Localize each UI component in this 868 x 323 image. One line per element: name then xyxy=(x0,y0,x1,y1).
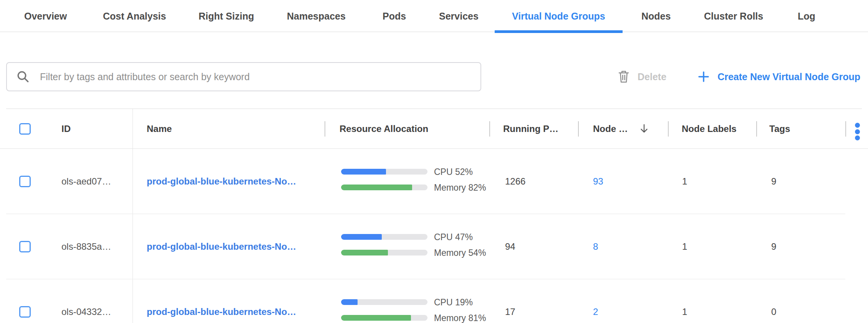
column-header-id[interactable]: ID xyxy=(61,123,71,135)
memory-usage-label: Memory 82% xyxy=(434,183,486,193)
cell-running-pods: 17 xyxy=(505,306,515,318)
header-divider xyxy=(325,121,325,137)
kebab-dot xyxy=(855,135,860,140)
row-checkbox[interactable] xyxy=(19,176,31,187)
table-header: ID Name Resource Allocation Running P… N… xyxy=(0,109,868,149)
column-header-nodes[interactable]: Node … xyxy=(593,123,628,135)
cpu-usage-bar xyxy=(341,169,427,175)
trash-icon xyxy=(618,70,630,84)
cell-nodes-count-link[interactable]: 93 xyxy=(593,176,603,187)
cell-name-link[interactable]: prod-global-blue-kubernetes-No… xyxy=(147,306,296,318)
cell-tags: 0 xyxy=(771,306,776,318)
tab-cluster-rolls[interactable]: Cluster Rolls xyxy=(704,0,763,32)
plus-icon xyxy=(697,71,710,83)
memory-usage-bar xyxy=(341,185,427,190)
table-row: ols-8835a… prod-global-blue-kubernetes-N… xyxy=(0,214,868,279)
memory-usage-bar xyxy=(341,250,427,255)
memory-usage-label: Memory 54% xyxy=(434,248,486,258)
row-checkbox[interactable] xyxy=(19,306,31,318)
cell-running-pods: 1266 xyxy=(505,176,525,187)
create-new-virtual-node-group-button[interactable]: Create New Virtual Node Group xyxy=(697,67,860,86)
column-header-node-labels[interactable]: Node Labels xyxy=(682,123,737,135)
filter-input-container xyxy=(6,62,481,91)
delete-button-label: Delete xyxy=(638,71,666,82)
cell-tags: 9 xyxy=(771,176,776,187)
cpu-usage-label: CPU 47% xyxy=(434,232,473,242)
cell-id: ols-04332… xyxy=(61,306,111,318)
cell-nodes-count-link[interactable]: 8 xyxy=(593,241,598,252)
cell-node-labels: 1 xyxy=(682,241,687,252)
header-divider xyxy=(668,121,669,137)
cell-id: ols-aed07… xyxy=(61,176,111,187)
cell-node-labels: 1 xyxy=(682,306,687,318)
cell-name-link[interactable]: prod-global-blue-kubernetes-No… xyxy=(147,241,296,252)
tab-namespaces[interactable]: Namespaces xyxy=(287,0,346,32)
cell-node-labels: 1 xyxy=(682,176,687,187)
cell-tags: 9 xyxy=(771,241,776,252)
row-checkbox[interactable] xyxy=(19,241,31,252)
table-row: ols-aed07… prod-global-blue-kubernetes-N… xyxy=(0,149,868,214)
column-header-running-pods[interactable]: Running P… xyxy=(503,123,558,135)
tab-nodes[interactable]: Nodes xyxy=(641,0,671,32)
tab-bar: Overview Cost Analysis Right Sizing Name… xyxy=(0,0,868,32)
tab-overview[interactable]: Overview xyxy=(24,0,67,32)
header-divider xyxy=(578,121,579,137)
column-header-name[interactable]: Name xyxy=(147,123,172,135)
tab-cost-analysis[interactable]: Cost Analysis xyxy=(103,0,166,32)
cell-nodes-count-link[interactable]: 2 xyxy=(593,306,598,318)
memory-usage-bar xyxy=(341,315,427,321)
column-header-tags[interactable]: Tags xyxy=(769,123,790,135)
tab-right-sizing[interactable]: Right Sizing xyxy=(199,0,254,32)
tab-pods[interactable]: Pods xyxy=(383,0,406,32)
header-divider xyxy=(489,121,490,137)
cell-name-link[interactable]: prod-global-blue-kubernetes-No… xyxy=(147,176,296,187)
memory-usage-fill xyxy=(341,315,411,321)
create-button-label: Create New Virtual Node Group xyxy=(717,71,860,82)
table-row: ols-04332… prod-global-blue-kubernetes-N… xyxy=(0,279,868,323)
cpu-usage-label: CPU 19% xyxy=(434,297,473,307)
cpu-usage-fill xyxy=(341,169,386,175)
sort-descending-icon[interactable] xyxy=(638,123,650,134)
cpu-usage-label: CPU 52% xyxy=(434,167,473,177)
cpu-usage-fill xyxy=(341,299,358,305)
delete-button[interactable]: Delete xyxy=(618,67,666,86)
virtual-node-groups-page: Overview Cost Analysis Right Sizing Name… xyxy=(0,0,868,323)
memory-usage-fill xyxy=(341,250,388,255)
cpu-usage-fill xyxy=(341,234,382,240)
tab-services[interactable]: Services xyxy=(439,0,479,32)
column-header-resource-allocation[interactable]: Resource Allocation xyxy=(340,123,428,135)
column-options-menu-icon[interactable] xyxy=(855,123,860,140)
tab-virtual-node-groups[interactable]: Virtual Node Groups xyxy=(512,0,605,32)
search-icon xyxy=(16,70,30,84)
cpu-usage-bar xyxy=(341,234,427,240)
memory-usage-fill xyxy=(341,185,412,190)
cpu-usage-bar xyxy=(341,299,427,305)
tab-log[interactable]: Log xyxy=(798,0,815,32)
kebab-dot xyxy=(855,129,860,134)
filter-input[interactable] xyxy=(6,62,481,91)
cell-id: ols-8835a… xyxy=(61,241,111,252)
cell-running-pods: 94 xyxy=(505,241,515,252)
kebab-dot xyxy=(855,123,860,128)
header-divider xyxy=(845,121,846,137)
memory-usage-label: Memory 81% xyxy=(434,313,486,323)
select-all-checkbox[interactable] xyxy=(19,123,31,135)
header-divider xyxy=(756,121,757,137)
